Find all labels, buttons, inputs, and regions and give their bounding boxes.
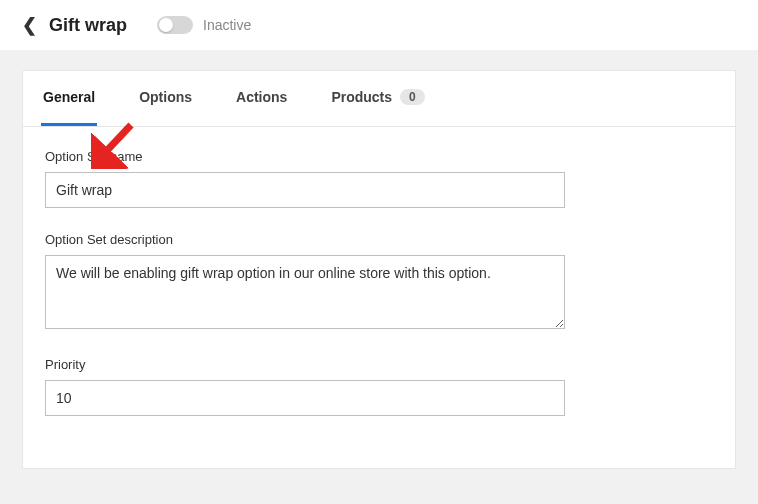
tab-general[interactable]: General <box>41 71 97 126</box>
priority-input[interactable] <box>45 380 565 416</box>
name-label: Option Set name <box>45 149 713 164</box>
description-textarea[interactable] <box>45 255 565 329</box>
products-count-badge: 0 <box>400 89 425 105</box>
tab-label: General <box>43 89 95 105</box>
form-body: Option Set name Option Set description P… <box>23 127 735 468</box>
back-chevron-icon[interactable]: ❮ <box>22 14 37 36</box>
priority-label: Priority <box>45 357 713 372</box>
tab-label: Actions <box>236 89 287 105</box>
status-toggle-wrap: Inactive <box>157 16 251 34</box>
tab-label: Products <box>331 89 392 105</box>
field-priority: Priority <box>45 357 713 416</box>
content-area: General Options Actions Products 0 Optio… <box>0 50 758 504</box>
tab-options[interactable]: Options <box>137 71 194 126</box>
name-input[interactable] <box>45 172 565 208</box>
status-toggle[interactable] <box>157 16 193 34</box>
toggle-knob <box>159 18 173 32</box>
settings-card: General Options Actions Products 0 Optio… <box>22 70 736 469</box>
page-title: Gift wrap <box>49 15 127 36</box>
page-header: ❮ Gift wrap Inactive <box>0 0 758 50</box>
field-description: Option Set description <box>45 232 713 333</box>
tab-actions[interactable]: Actions <box>234 71 289 126</box>
tab-label: Options <box>139 89 192 105</box>
tabs-bar: General Options Actions Products 0 <box>23 71 735 127</box>
field-name: Option Set name <box>45 149 713 208</box>
description-label: Option Set description <box>45 232 713 247</box>
tab-products[interactable]: Products 0 <box>329 71 426 126</box>
status-label: Inactive <box>203 17 251 33</box>
